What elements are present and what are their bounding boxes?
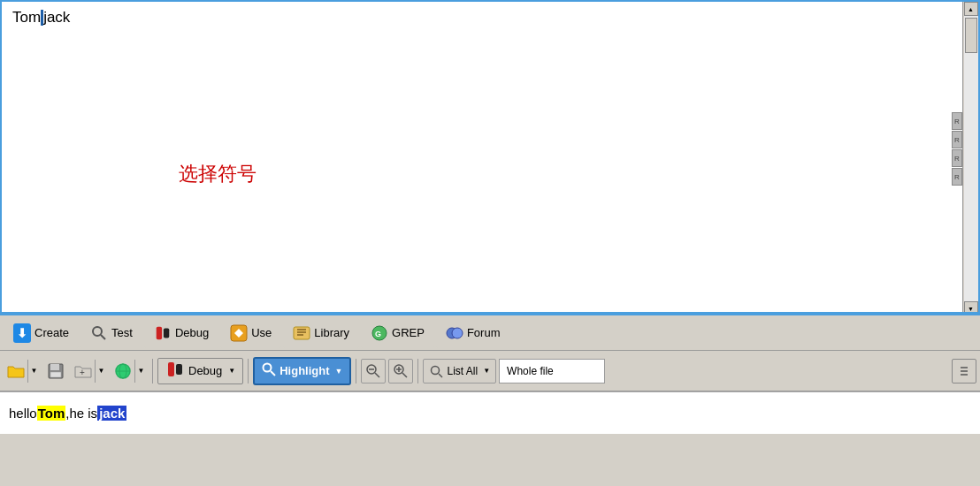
debug-icon <box>154 324 172 342</box>
zoom-in-btn[interactable] <box>388 359 413 383</box>
scroll-up-btn[interactable] <box>964 2 978 16</box>
chinese-symbol-label: 选择符号 <box>179 161 256 187</box>
svg-line-25 <box>375 373 379 377</box>
grep-icon: G <box>371 324 388 342</box>
zoom-in-icon <box>393 363 409 379</box>
new-folder-icon: + <box>72 360 95 383</box>
library-icon <box>293 324 310 342</box>
scroll-down-btn[interactable] <box>964 301 978 314</box>
highlight-search-icon <box>262 362 276 379</box>
open-folder-btn[interactable]: ▼ <box>4 359 41 383</box>
listall-label: List All <box>447 365 478 377</box>
svg-rect-21 <box>176 364 182 375</box>
right-tab-2[interactable]: R <box>952 131 962 148</box>
toolbar-end <box>952 359 976 383</box>
forum-icon <box>446 324 463 342</box>
toolbar-scroll-btn[interactable] <box>952 359 976 383</box>
zoom-out-icon <box>365 363 381 379</box>
wholefile-input[interactable] <box>499 359 605 383</box>
result-highlight-tom: Tom <box>37 406 66 421</box>
grep-button[interactable]: G GREP <box>361 318 434 348</box>
new-folder-btn[interactable]: + ▼ <box>71 359 108 383</box>
test-label: Test <box>111 326 133 339</box>
editor-text-after-cursor: jack <box>43 9 70 27</box>
scroll-track[interactable] <box>964 16 978 301</box>
right-tab-3[interactable]: R <box>952 149 962 167</box>
separator-2 <box>248 359 249 383</box>
separator-1 <box>152 359 153 383</box>
editor-text-before-cursor: Tom <box>12 9 41 27</box>
create-icon: ⬇ <box>13 324 31 342</box>
editor-text-line: Tomjack <box>12 9 70 27</box>
open-folder-icon <box>4 360 27 383</box>
svg-text:G: G <box>375 330 381 338</box>
highlight-button[interactable]: Highlight ▼ <box>253 357 351 385</box>
svg-rect-3 <box>164 328 169 338</box>
svg-point-22 <box>264 364 272 372</box>
globe-btn[interactable]: ▼ <box>111 359 148 383</box>
open-folder-dropdown-arrow[interactable]: ▼ <box>27 360 40 383</box>
result-highlight-jack: jack <box>97 406 126 421</box>
right-side-panel-tabs: R R R R <box>952 112 962 186</box>
listall-dropdown[interactable]: ▼ <box>483 367 490 375</box>
svg-line-28 <box>402 373 407 377</box>
svg-point-0 <box>93 327 102 336</box>
highlight-label: Highlight <box>279 364 329 377</box>
grep-label: GREP <box>392 326 425 339</box>
use-icon <box>230 324 248 342</box>
svg-point-12 <box>452 328 463 338</box>
svg-rect-15 <box>50 372 61 377</box>
svg-rect-2 <box>157 326 162 339</box>
separator-3 <box>356 359 356 383</box>
editor-area: Tomjack 选择符号 R R R R <box>0 0 980 314</box>
result-prefix: hello <box>9 406 37 421</box>
listall-btn[interactable]: List All ▼ <box>423 359 496 383</box>
new-folder-dropdown-arrow[interactable]: ▼ <box>95 360 107 383</box>
use-button[interactable]: Use <box>220 318 281 348</box>
library-button[interactable]: Library <box>283 318 359 348</box>
forum-label: Forum <box>467 326 501 339</box>
debug-row2-icon <box>165 361 185 381</box>
debug-row2-btn[interactable]: Debug ▼ <box>157 358 243 384</box>
result-bar: hello Tom ,he is jack <box>0 391 980 434</box>
save-icon <box>48 363 64 379</box>
debug-row2-dropdown[interactable]: ▼ <box>228 367 235 375</box>
svg-line-32 <box>439 374 442 377</box>
right-tab-4[interactable]: R <box>952 168 962 186</box>
toolbar-row2: ▼ + ▼ ▼ <box>0 351 980 391</box>
globe-icon <box>111 360 134 383</box>
forum-button[interactable]: Forum <box>436 318 510 348</box>
globe-dropdown-arrow[interactable]: ▼ <box>134 360 147 383</box>
svg-text:+: + <box>80 368 85 377</box>
use-label: Use <box>251 326 272 339</box>
svg-line-23 <box>271 371 275 376</box>
create-label: Create <box>34 326 69 339</box>
debug-toolbar-button[interactable]: Debug <box>144 318 218 348</box>
svg-rect-20 <box>168 362 174 376</box>
editor-scrollbar[interactable] <box>962 2 978 314</box>
toolbar-row1: ⬇ Create Test Debug Use <box>0 314 980 351</box>
svg-rect-14 <box>50 364 59 370</box>
svg-rect-5 <box>294 327 310 339</box>
result-middle: ,he is <box>65 406 97 421</box>
scroll-indicator-icon <box>959 364 969 378</box>
search-icon <box>90 324 108 342</box>
debug-row2-label: Debug <box>188 364 222 377</box>
scroll-handle[interactable] <box>965 18 977 53</box>
zoom-out-btn[interactable] <box>361 359 386 383</box>
save-btn[interactable] <box>43 359 68 383</box>
highlight-dropdown-arrow[interactable]: ▼ <box>335 367 343 376</box>
debug-label: Debug <box>175 326 209 339</box>
listall-icon <box>429 364 443 378</box>
separator-4 <box>417 359 418 383</box>
svg-line-1 <box>101 335 105 339</box>
test-button[interactable]: Test <box>80 318 142 348</box>
svg-point-31 <box>432 366 440 374</box>
right-tab-1[interactable]: R <box>952 112 962 130</box>
library-label: Library <box>314 326 349 339</box>
create-button[interactable]: ⬇ Create <box>4 318 79 348</box>
editor-content[interactable]: Tomjack <box>2 2 978 34</box>
